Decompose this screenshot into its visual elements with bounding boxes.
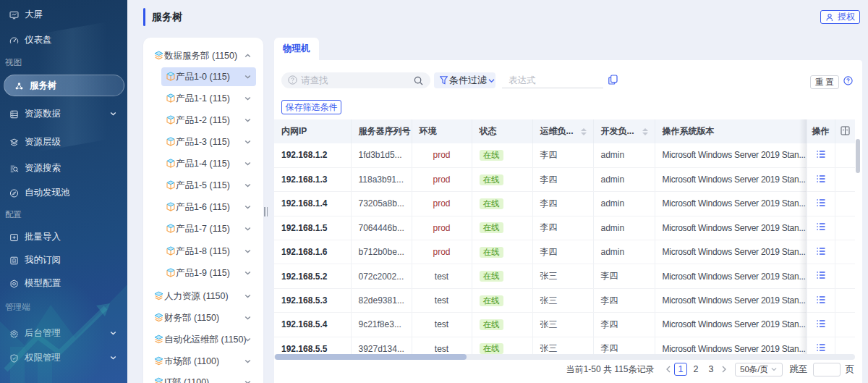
chevron-down-icon[interactable] [244, 182, 251, 189]
sidebar: 大屏仪表盘视图服务树资源数据资源层级资源搜索自动发现池配置批量导入我的订阅模型配… [0, 0, 127, 383]
sort-carets-icon[interactable] [642, 128, 648, 135]
page-number[interactable]: 3 [705, 363, 718, 376]
search-icon[interactable] [414, 76, 423, 85]
chevron-down-icon[interactable] [244, 337, 251, 343]
product-cube-icon [166, 93, 176, 104]
chevron-down-icon[interactable] [244, 139, 251, 146]
row-actions-icon[interactable] [816, 198, 826, 208]
tree-node[interactable]: 产品1-1 (115) [143, 89, 263, 108]
panel-resize-handle[interactable] [264, 207, 268, 216]
authorize-button[interactable]: 授权 [820, 10, 860, 24]
reset-button[interactable]: 重 置 [810, 75, 839, 89]
chevron-down-icon[interactable] [244, 248, 251, 255]
chevron-down-icon[interactable] [244, 270, 251, 277]
chevron-down-icon[interactable] [244, 379, 251, 383]
help-circle-icon[interactable] [843, 76, 853, 85]
sidebar-item[interactable]: 仪表盘 [0, 31, 127, 49]
chevron-down-icon[interactable] [244, 226, 251, 232]
tree-node[interactable]: 财务部 (1150) [143, 308, 263, 327]
sidebar-item[interactable]: 资源搜索 [0, 159, 127, 177]
chevron-down-icon[interactable] [244, 358, 251, 365]
search-input[interactable]: 请查找 [281, 72, 430, 88]
chevron-down-icon[interactable] [244, 96, 251, 102]
tree-node[interactable]: 自动化运维部 (1150) [143, 330, 263, 349]
tab-physical-machine[interactable]: 物理机 [274, 38, 319, 60]
row-actions-icon[interactable] [816, 149, 826, 159]
vertical-scrollbar-thumb[interactable] [856, 139, 860, 173]
table-header-settings[interactable] [835, 119, 855, 143]
tree-node[interactable]: 产品1-6 (115) [143, 198, 263, 216]
row-actions-icon[interactable] [816, 270, 826, 280]
cell-ops-owner: 李四 [532, 167, 593, 191]
tree-node[interactable]: 产品1-3 (115) [143, 132, 263, 151]
row-actions-icon[interactable] [816, 342, 826, 353]
cell-env: test [412, 313, 472, 337]
sidebar-item[interactable]: 批量导入 [0, 228, 127, 245]
screen-icon [9, 10, 19, 20]
sidebar-item[interactable]: 后台管理 [0, 324, 127, 342]
tree-node[interactable]: 产品1-7 (115) [143, 219, 263, 238]
cell-os: Microsoft Windows Server 2019 Stan... [655, 192, 807, 216]
tree-node[interactable]: IT部 (1100) [143, 373, 263, 383]
row-actions-icon[interactable] [816, 222, 826, 232]
sidebar-item[interactable]: 资源层级 [0, 133, 127, 151]
jump-to-page-input[interactable] [813, 363, 841, 376]
tree-node[interactable]: 产品1-5 (115) [143, 176, 263, 195]
page-number-active[interactable]: 1 [674, 363, 687, 376]
cell-env: test [412, 337, 472, 354]
sidebar-item-label: 仪表盘 [25, 34, 52, 46]
chevron-down-icon[interactable] [244, 117, 251, 124]
tree-node-label: 产品1-9 (115) [176, 267, 230, 279]
resource-data-icon [9, 109, 19, 119]
funnel-icon [440, 76, 448, 85]
save-filter-button[interactable]: 保存筛选条件 [281, 100, 341, 114]
chevron-up-icon[interactable] [244, 53, 251, 59]
chevron-down-icon[interactable] [244, 315, 251, 321]
sort-carets-icon[interactable] [581, 128, 587, 135]
next-page-button[interactable] [719, 363, 729, 376]
tree-node-selected[interactable]: 产品1-0 (115) [143, 67, 263, 86]
sidebar-item[interactable]: 大屏 [0, 6, 127, 23]
sidebar-item-active[interactable]: 服务树 [4, 75, 124, 96]
table-header-label: 运维负... [540, 126, 574, 136]
sidebar-item[interactable]: 自动发现池 [0, 184, 127, 201]
horizontal-scrollbar-thumb[interactable] [275, 354, 467, 360]
chevron-down-icon[interactable] [244, 161, 251, 167]
column-settings-icon[interactable] [841, 126, 850, 135]
copy-icon[interactable] [608, 75, 618, 85]
tree-node[interactable]: 产品1-4 (115) [143, 154, 263, 173]
prev-page-button[interactable] [663, 363, 673, 376]
cell-status: 在线 [472, 216, 532, 240]
sidebar-item[interactable]: 模型配置 [0, 274, 127, 292]
chevron-down-icon[interactable] [244, 74, 251, 80]
tree-node[interactable]: 产品1-2 (115) [143, 111, 263, 130]
subscribe-icon [9, 256, 19, 265]
tree-node[interactable]: 市场部 (1100) [143, 352, 263, 371]
row-actions-icon[interactable] [816, 319, 826, 329]
page-size-select[interactable]: 50条/页 [735, 363, 783, 376]
row-actions-icon[interactable] [816, 295, 826, 305]
product-cube-icon [166, 159, 176, 169]
row-actions-icon[interactable] [816, 246, 826, 256]
tree-node[interactable]: 人力资源 (1150) [143, 287, 263, 306]
resize-handle-bar [267, 207, 268, 216]
page-number[interactable]: 2 [689, 363, 702, 376]
tree-node-label: 产品1-5 (115) [176, 180, 230, 192]
tree-node[interactable]: 产品1-9 (115) [143, 264, 263, 282]
table-header-cell[interactable]: 运维负... [532, 119, 593, 143]
sidebar-section-label: 管理端 [5, 301, 30, 313]
row-actions-icon[interactable] [816, 174, 826, 184]
chevron-down-icon[interactable] [244, 293, 251, 300]
chevron-down-icon [488, 77, 495, 84]
sidebar-item[interactable]: 权限管理 [0, 349, 127, 366]
sidebar-item[interactable]: 资源数据 [0, 105, 127, 122]
expression-input[interactable]: 表达式 [502, 72, 603, 88]
sidebar-item[interactable]: 我的订阅 [0, 251, 127, 269]
chevron-down-icon[interactable] [244, 204, 251, 211]
tree-node[interactable]: 产品1-8 (115) [143, 242, 263, 261]
status-badge: 在线 [480, 222, 503, 233]
cell-dev-owner: admin [593, 216, 655, 240]
tree-node[interactable]: 数据服务部 (1150) [143, 46, 263, 65]
table-header-cell[interactable]: 开发负... [593, 119, 655, 143]
condition-filter-dropdown[interactable]: 条件过滤 [434, 72, 495, 88]
